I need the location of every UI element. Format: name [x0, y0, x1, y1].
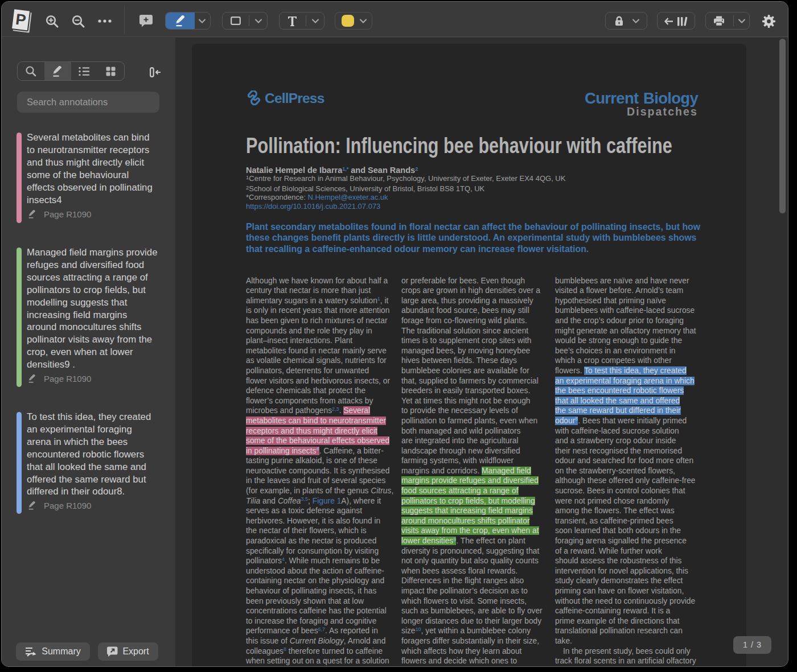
svg-text:P: P — [15, 11, 27, 29]
